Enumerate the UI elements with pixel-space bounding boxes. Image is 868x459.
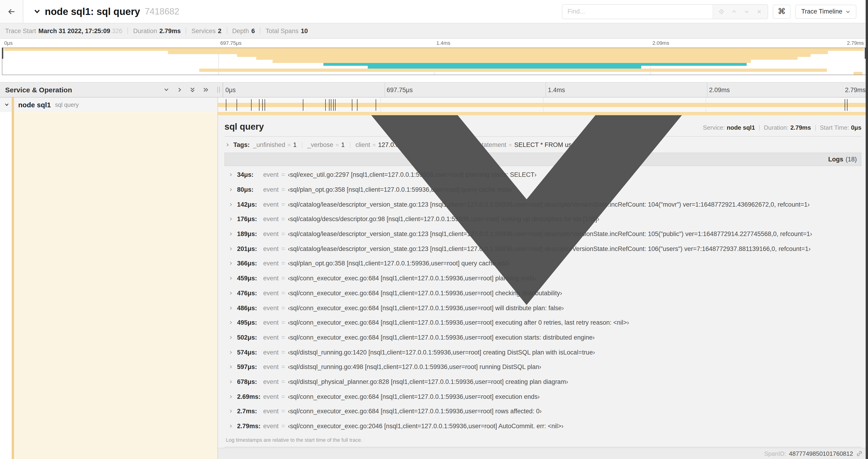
minimap-span-bar xyxy=(4,48,864,51)
minimap-scrubber-left[interactable] xyxy=(2,47,3,59)
chevron-down-icon xyxy=(846,9,850,14)
overview-value: 0μs xyxy=(851,124,862,131)
services-value: 2 xyxy=(218,27,221,34)
equals-sign: = xyxy=(281,230,285,237)
log-field-key: event xyxy=(263,364,279,371)
timeline-header-row: Service & Operation 0μs697.75μs1.4ms2.09… xyxy=(0,82,868,97)
gridline xyxy=(707,83,707,97)
column-resize-grip[interactable] xyxy=(217,87,220,93)
log-field-value: ‹sql/catalog/lease/descriptor_version_st… xyxy=(288,230,812,237)
log-marker-tick xyxy=(251,99,251,110)
log-field-key: event xyxy=(263,275,279,282)
chevron-right-icon xyxy=(229,380,233,384)
log-time: 366μs: xyxy=(237,260,261,267)
minimap-span-bar xyxy=(854,72,862,75)
span-detail-bar xyxy=(218,112,868,115)
page-title: node sql1: sql query xyxy=(45,6,140,17)
span-row[interactable]: node sql1 sql query xyxy=(0,97,868,112)
next-match-icon[interactable] xyxy=(744,9,749,14)
find-input[interactable] xyxy=(562,4,713,19)
logs-header[interactable]: Logs (18) xyxy=(224,153,862,166)
collapse-all-icon[interactable] xyxy=(189,87,195,93)
duration-value: 2.79ms xyxy=(159,27,181,34)
log-field-value: ‹sql/catalog/lease/descriptor_version_st… xyxy=(288,245,811,252)
log-marker-tick xyxy=(333,99,334,110)
deep-link-icon[interactable] xyxy=(856,451,862,457)
log-marker-tick xyxy=(237,99,237,110)
equals-sign: = xyxy=(281,201,285,208)
log-time: 597μs: xyxy=(237,364,261,371)
log-time: 142μs: xyxy=(237,201,261,208)
trace-summary-bar: Trace Start March 31 2022, 17:25:09 .326… xyxy=(0,23,868,39)
log-field-value: ‹sql/conn_executor_exec.go:2046 [nsql1,c… xyxy=(288,423,563,430)
chevron-right-icon xyxy=(229,291,233,295)
time-tick-label: 0μs xyxy=(4,40,12,46)
chevron-right-icon xyxy=(229,217,233,221)
service-operation-header: Service & Operation xyxy=(0,83,223,97)
log-field-key: event xyxy=(263,230,279,237)
trace-id: 7418682 xyxy=(145,6,179,17)
arrow-left-icon xyxy=(7,7,16,15)
trace-start-value: March 31 2022, 17:25:09 xyxy=(38,27,111,34)
expand-one-icon[interactable] xyxy=(177,87,183,93)
log-field-key: event xyxy=(263,393,279,400)
span-duration-bar[interactable] xyxy=(218,103,868,107)
log-time: 201μs: xyxy=(237,245,261,252)
log-time: 574μs: xyxy=(237,349,261,356)
time-tick-label: 2.09ms xyxy=(652,40,669,46)
log-field-key: event xyxy=(263,171,279,178)
find-group xyxy=(562,4,768,19)
log-field-value: ‹sql/distsql_running.go:1420 [nsql1,clie… xyxy=(288,349,595,356)
prev-match-icon[interactable] xyxy=(731,9,737,14)
log-time: 2.79ms: xyxy=(237,423,261,430)
chevron-right-icon xyxy=(229,188,233,192)
minimap-span-bar xyxy=(273,60,751,63)
minimap-canvas[interactable] xyxy=(2,47,866,75)
span-color-stripe xyxy=(12,97,14,112)
minimap-span-bar xyxy=(199,69,827,72)
span-color-stripe xyxy=(12,112,14,459)
log-field-key: event xyxy=(263,349,279,356)
time-tick-label: 697.75μs xyxy=(386,86,413,93)
span-collapse-chevron-icon[interactable] xyxy=(4,102,9,107)
log-field-key: event xyxy=(263,290,279,297)
equals-sign: = xyxy=(281,216,285,223)
minimap-span-bar xyxy=(368,66,641,69)
trace-collapse-chevron-icon[interactable] xyxy=(34,8,40,15)
equals-sign: = xyxy=(281,393,285,400)
log-field-value: ‹sql/catalog/lease/descriptor_version_st… xyxy=(288,201,810,208)
collapse-one-icon[interactable] xyxy=(163,87,169,93)
detail-left-fill xyxy=(14,112,217,459)
trace-view-dropdown[interactable]: Trace Timeline xyxy=(795,4,856,19)
keyboard-shortcuts-button[interactable]: ⌘ xyxy=(773,4,790,19)
span-bar-graph[interactable] xyxy=(217,97,868,112)
clear-search-icon[interactable] xyxy=(756,9,762,14)
minimap-span-bar xyxy=(323,63,746,66)
span-service-name: node sql1 xyxy=(18,101,51,109)
log-field-key: event xyxy=(263,334,279,341)
find-controls xyxy=(713,4,768,19)
locate-icon[interactable] xyxy=(719,9,724,14)
minimap-span-bar xyxy=(168,51,828,54)
log-field-key: event xyxy=(263,423,279,430)
log-field-key: event xyxy=(263,216,279,223)
equals-sign: = xyxy=(281,245,285,252)
time-tick-label: 2.79ms xyxy=(845,86,866,93)
detail-left-column xyxy=(0,112,217,459)
detail-gutter xyxy=(0,112,12,459)
chevron-right-icon xyxy=(229,247,233,251)
chevron-right-icon xyxy=(229,350,233,354)
equals-sign: = xyxy=(281,408,285,415)
log-marker-tick xyxy=(331,99,332,110)
span-id-value: 4877749850101760812 xyxy=(789,450,853,457)
chevron-right-icon xyxy=(229,321,233,325)
back-button[interactable] xyxy=(0,0,23,23)
expand-all-icon[interactable] xyxy=(203,87,209,93)
span-detail-panel: sql query Service:node sql1Duration:2.79… xyxy=(217,112,868,459)
timeline-ruler: 0μs697.75μs1.4ms2.09ms2.79ms xyxy=(223,83,868,97)
equals-sign: = xyxy=(281,334,285,341)
page-scrollbar[interactable] xyxy=(866,0,868,459)
trace-start-label: Trace Start xyxy=(5,27,36,34)
log-field-key: event xyxy=(263,245,279,252)
chevron-right-icon xyxy=(229,409,233,414)
